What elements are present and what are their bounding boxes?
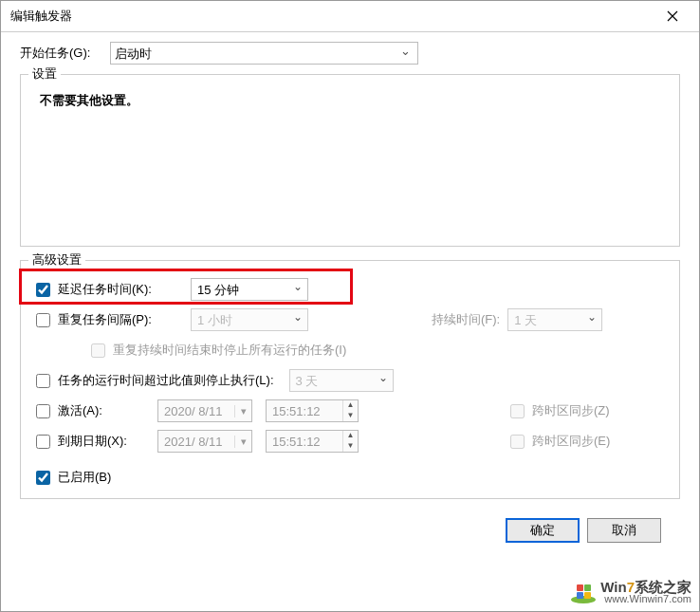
start-task-select[interactable]: 启动时 [110,42,418,65]
spinner-buttons[interactable]: ▲▼ [342,431,358,452]
delay-select[interactable]: 15 分钟 [191,278,308,301]
enabled-checkbox[interactable] [36,471,50,485]
repeat-duration-label: 持续时间(F): [432,311,500,328]
repeat-label: 重复任务间隔(P): [58,311,181,328]
delay-label: 延迟任务时间(K): [58,281,181,298]
chevron-down-icon: ▼ [343,441,358,452]
ok-button[interactable]: 确定 [506,518,580,543]
expire-sync-checkbox[interactable] [510,435,525,449]
no-settings-text: 不需要其他设置。 [34,92,666,109]
expire-sync-group: 跨时区同步(E) [508,433,610,450]
expire-date-picker[interactable]: ▾ [157,430,252,453]
activate-time-picker[interactable]: ▲▼ [266,399,359,422]
titlebar: 编辑触发器 [1,1,699,31]
watermark-logo-icon [570,582,597,604]
spinner-buttons[interactable]: ▲▼ [342,400,358,421]
expire-label: 到期日期(X): [58,433,148,450]
cancel-button[interactable]: 取消 [587,518,661,543]
watermark: Win7系统之家 www.Winwin7.com [570,581,691,605]
svg-rect-1 [577,584,583,591]
start-task-label: 开始任务(G): [20,45,110,62]
window-title: 编辑触发器 [10,8,654,25]
repeat-interval-select[interactable]: 1 小时 [191,308,308,331]
activate-sync-group: 跨时区同步(Z) [508,402,610,419]
repeat-row: 重复任务间隔(P): 1 小时 持续时间(F): 1 天 [34,305,666,335]
activate-date-picker[interactable]: ▾ [157,399,252,422]
expire-row: 到期日期(X): ▾ ▲▼ 跨时区同步(E) [34,426,666,456]
activate-time-input[interactable] [267,400,342,421]
close-icon [667,10,678,22]
svg-rect-3 [577,592,583,599]
enabled-label: 已启用(B) [58,469,111,486]
stop-longer-label: 任务的运行时间超过此值则停止执行(L): [58,372,274,389]
activate-checkbox[interactable] [36,404,50,418]
activate-date-input[interactable] [158,404,234,418]
svg-rect-4 [584,592,591,599]
expire-time-input[interactable] [267,431,342,452]
repeat-interval-select-wrap: 1 小时 [191,308,308,331]
stop-longer-select-wrap: 3 天 [289,369,394,392]
settings-legend: 设置 [28,65,61,83]
expire-sync-label: 跨时区同步(E) [532,433,610,450]
advanced-fieldset: 高级设置 延迟任务时间(K): 15 分钟 重复任务间隔(P): [20,260,680,499]
activate-row: 激活(A): ▾ ▲▼ 跨时区同步(Z) [34,396,666,426]
calendar-icon: ▾ [234,405,251,417]
start-task-select-wrap: 启动时 [110,42,418,65]
settings-fieldset: 设置 不需要其他设置。 [20,74,680,247]
stop-longer-row: 任务的运行时间超过此值则停止执行(L): 3 天 [34,365,666,396]
stop-at-end-checkbox[interactable] [91,343,105,358]
activate-sync-checkbox[interactable] [510,404,525,418]
stop-at-end-row: 重复持续时间结束时停止所有运行的任务(I) [89,335,666,365]
svg-rect-2 [584,584,591,591]
chevron-up-icon: ▲ [343,400,358,411]
watermark-text: Win7系统之家 www.Winwin7.com [600,581,691,605]
activate-label: 激活(A): [58,402,148,419]
delay-row: 延迟任务时间(K): 15 分钟 [34,274,666,305]
watermark-url: www.Winwin7.com [600,593,691,605]
enabled-row: 已启用(B) [34,462,666,492]
activate-sync-label: 跨时区同步(Z) [532,402,610,419]
stop-longer-select[interactable]: 3 天 [289,369,394,392]
repeat-duration-select-wrap: 1 天 [507,308,602,331]
stop-longer-checkbox[interactable] [36,374,50,388]
expire-date-input[interactable] [158,435,234,449]
dialog-footer: 确定 取消 [20,512,680,562]
expire-time-picker[interactable]: ▲▼ [266,430,359,453]
delay-checkbox[interactable] [36,283,50,297]
delay-select-wrap: 15 分钟 [191,278,308,301]
advanced-legend: 高级设置 [28,251,85,269]
stop-at-end-label: 重复持续时间结束时停止所有运行的任务(I) [113,342,346,359]
chevron-up-icon: ▲ [343,431,358,441]
chevron-down-icon: ▼ [343,411,358,421]
close-button[interactable] [654,3,691,29]
dialog-body: 开始任务(G): 启动时 设置 不需要其他设置。 高级设置 延迟任务时间(K): [1,31,699,611]
edit-trigger-dialog: 编辑触发器 开始任务(G): 启动时 设置 不需要其他设置。 高级设置 [0,0,700,612]
calendar-icon: ▾ [234,436,251,448]
expire-checkbox[interactable] [36,435,50,449]
repeat-duration-select[interactable]: 1 天 [507,308,602,331]
repeat-checkbox[interactable] [36,313,50,327]
start-task-row: 开始任务(G): 启动时 [20,42,680,65]
